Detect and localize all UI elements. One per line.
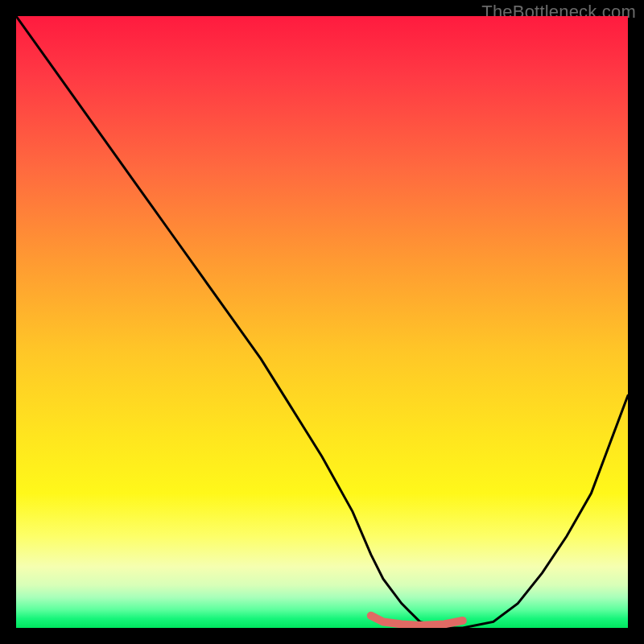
bottleneck-curve-path bbox=[16, 16, 628, 628]
chart-svg bbox=[16, 16, 628, 628]
chart-plot-area bbox=[16, 16, 628, 628]
chart-frame: TheBottleneck.com bbox=[0, 0, 644, 644]
